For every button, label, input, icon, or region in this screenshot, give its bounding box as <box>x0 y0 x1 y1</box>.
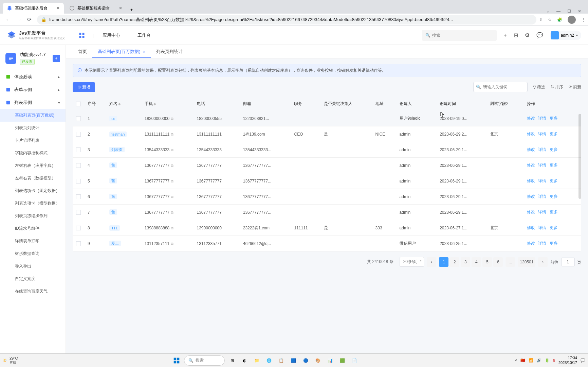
name-link[interactable]: 茜 <box>109 178 117 184</box>
sidebar-item[interactable]: 在线查询百度天气 <box>0 285 66 298</box>
edit-link[interactable]: 修改 <box>527 178 535 183</box>
sidebar-item[interactable]: 卡片管理列表 <box>0 134 66 147</box>
detail-link[interactable]: 详情 <box>538 194 546 199</box>
row-checkbox[interactable] <box>76 163 81 168</box>
chevron-down-icon[interactable]: ⌄ <box>546 9 550 14</box>
profile-avatar[interactable] <box>568 16 576 24</box>
tab-stat[interactable]: 列表页列统计 <box>151 45 188 58</box>
more-link[interactable]: 更多 <box>550 163 558 168</box>
name-link[interactable]: 茜 <box>109 194 117 199</box>
chrome-icon[interactable]: 🌐 <box>263 355 274 366</box>
name-link[interactable]: testman <box>109 132 127 137</box>
row-checkbox[interactable] <box>76 241 81 246</box>
add-project-button[interactable]: + <box>53 55 60 62</box>
input-method-icon[interactable]: 🇨🇳 <box>520 358 525 363</box>
sort-icon[interactable]: ◆ <box>153 102 156 106</box>
sidebar-item[interactable]: 字段内容控制样式 <box>0 147 66 159</box>
more-link[interactable]: 更多 <box>550 241 558 246</box>
apps-grid-icon[interactable]: ⊞ <box>514 32 518 38</box>
edit-link[interactable]: 修改 <box>527 116 535 121</box>
keyword-input[interactable] <box>473 82 528 92</box>
nav-appcenter[interactable]: 应用中心 <box>103 32 120 38</box>
star-icon[interactable]: ☆ <box>548 17 552 22</box>
browser-tab-active[interactable]: 基础框架服务后台 ✕ <box>3 3 64 14</box>
page-size-select[interactable]: 20条/页 ▾ <box>400 257 424 267</box>
forward-button[interactable]: → <box>14 15 24 24</box>
menu-icon[interactable]: ⋮ <box>581 17 585 22</box>
page-number-button[interactable]: 6 <box>493 257 503 267</box>
edit-link[interactable]: 修改 <box>527 163 535 168</box>
tab-close-icon[interactable]: ✕ <box>143 50 145 54</box>
sidebar-item[interactable]: 详情表单打印 <box>0 235 66 247</box>
copy-icon[interactable]: ⧉ <box>171 132 173 136</box>
name-link[interactable]: cs <box>109 116 117 121</box>
sidebar-item[interactable]: 列表选项卡（模型数据） <box>0 197 66 210</box>
select-all-checkbox[interactable] <box>76 102 81 106</box>
copy-icon[interactable]: ⧉ <box>171 210 173 214</box>
last-page-button[interactable]: 120501 <box>518 257 535 267</box>
home-grid-icon[interactable] <box>78 32 85 39</box>
row-checkbox[interactable] <box>76 226 81 230</box>
tab-close-icon[interactable]: ✕ <box>54 6 60 11</box>
tab-list-page[interactable]: 基础列表页(百万数据)✕ <box>92 45 151 58</box>
share-icon[interactable]: ⇪ <box>539 17 543 22</box>
page-ellipsis[interactable]: ... <box>506 257 515 267</box>
clock[interactable]: 17:34 2023/10/17 <box>558 356 577 365</box>
refresh-button[interactable]: ⟳刷新 <box>569 84 581 90</box>
name-link[interactable]: 111 <box>109 225 120 231</box>
app-icon[interactable]: 🎨 <box>312 355 323 366</box>
sidebar-group[interactable]: 表单示例▸ <box>0 83 66 96</box>
app-icon[interactable]: 📊 <box>325 355 335 366</box>
page-number-button[interactable]: 3 <box>461 257 470 267</box>
wps-icon[interactable]: 📄 <box>349 355 360 366</box>
battery-icon[interactable]: 🔋 <box>545 358 550 363</box>
sidebar-item[interactable]: 导入导出 <box>0 260 66 273</box>
edge-icon[interactable]: 🔵 <box>300 355 311 366</box>
row-checkbox[interactable] <box>76 210 81 215</box>
sidebar-item[interactable]: 列表页冻结操作列 <box>0 210 66 222</box>
nav-workspace[interactable]: 工作台 <box>137 32 151 38</box>
name-link[interactable]: 茜 <box>109 162 117 168</box>
new-tab-button[interactable]: + <box>128 6 135 14</box>
name-link[interactable]: 列表页 <box>109 147 125 152</box>
explorer-icon[interactable]: 📁 <box>251 355 262 366</box>
col-name[interactable]: 姓名◆ <box>106 97 141 111</box>
more-link[interactable]: 更多 <box>550 116 558 121</box>
header-search-input[interactable] <box>422 30 497 41</box>
plus-icon[interactable]: + <box>503 32 507 38</box>
detail-link[interactable]: 详情 <box>538 241 546 246</box>
app-icon[interactable]: 📋 <box>276 355 287 366</box>
app-icon[interactable]: 🟩 <box>337 355 348 366</box>
more-link[interactable]: 更多 <box>550 132 558 136</box>
row-checkbox[interactable] <box>76 147 81 152</box>
edit-link[interactable]: 修改 <box>527 194 535 199</box>
taskbar-search[interactable]: 🔍 搜索 <box>184 355 225 366</box>
copy-icon[interactable]: ⧉ <box>171 148 173 152</box>
extension-icon[interactable]: 🧩 <box>557 17 562 22</box>
copy-icon[interactable]: ⧉ <box>171 163 173 168</box>
tab-home[interactable]: 首页 <box>73 45 92 58</box>
page-number-button[interactable]: 2 <box>450 257 459 267</box>
tray-chevron-icon[interactable]: ^ <box>515 359 517 363</box>
task-view-icon[interactable]: ⊞ <box>227 355 238 366</box>
reload-button[interactable]: ⟳ <box>24 15 34 24</box>
sort-icon[interactable]: ◆ <box>118 102 121 106</box>
row-checkbox[interactable] <box>76 179 81 184</box>
more-link[interactable]: 更多 <box>550 225 558 230</box>
more-link[interactable]: 更多 <box>550 147 558 152</box>
filter-button[interactable]: ▽筛选 <box>533 84 545 90</box>
prev-page-button[interactable]: ‹ <box>427 257 436 267</box>
weather-widget[interactable]: 🌤️ 29°C 雾霾 <box>3 356 18 365</box>
copy-icon[interactable]: ⧉ <box>171 195 173 199</box>
volume-icon[interactable]: 🔊 <box>537 358 541 363</box>
edit-link[interactable]: 修改 <box>527 241 535 246</box>
edit-link[interactable]: 修改 <box>527 132 535 136</box>
name-link[interactable]: 爱上 <box>109 241 121 246</box>
detail-link[interactable]: 详情 <box>538 178 546 183</box>
copy-icon[interactable]: ⧉ <box>171 179 173 183</box>
row-checkbox[interactable] <box>76 132 81 137</box>
page-number-button[interactable]: 1 <box>439 257 448 267</box>
tab-close-icon[interactable]: ✕ <box>116 6 122 11</box>
sidebar-item[interactable]: 列表页列统计 <box>0 122 66 134</box>
copy-icon[interactable]: ⧉ <box>171 117 173 121</box>
